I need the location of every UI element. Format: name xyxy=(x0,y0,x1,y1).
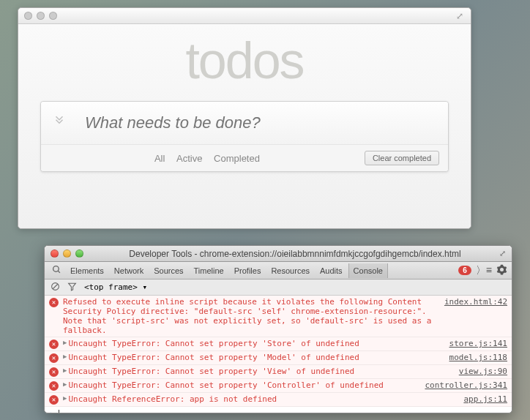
console-error-row: ✕▶Uncaught ReferenceError: app is not de… xyxy=(45,393,512,407)
close-button[interactable] xyxy=(24,12,32,20)
clear-console-icon[interactable] xyxy=(51,282,60,293)
expand-icon[interactable]: ⤢ xyxy=(499,249,506,258)
gear-icon[interactable] xyxy=(496,264,507,277)
search-icon[interactable] xyxy=(49,265,64,277)
minimize-button[interactable] xyxy=(37,12,45,20)
error-source[interactable]: store.js:141 xyxy=(449,339,507,348)
zoom-button[interactable] xyxy=(75,250,83,258)
toggle-all-icon[interactable] xyxy=(41,106,78,140)
svg-point-0 xyxy=(53,266,59,271)
window-controls xyxy=(24,12,57,20)
prompt-icon: › xyxy=(49,409,54,413)
tab-sources[interactable]: Sources xyxy=(149,263,187,278)
filter-bar: All Active Completed xyxy=(50,153,365,164)
error-source[interactable]: model.js:118 xyxy=(449,353,507,362)
filter-completed[interactable]: Completed xyxy=(214,153,260,164)
disclosure-icon[interactable]: ▶ xyxy=(63,380,67,388)
filter-icon[interactable] xyxy=(67,282,77,293)
tab-audits[interactable]: Audits xyxy=(316,263,347,278)
expand-icon[interactable]: ⤢ xyxy=(456,11,465,20)
app-body: todos All Active Completed Clear complet… xyxy=(18,24,471,228)
filter-all[interactable]: All xyxy=(154,153,165,164)
error-message: Uncaught ReferenceError: app is not defi… xyxy=(68,394,458,404)
frame-selector[interactable]: <top frame> ▾ xyxy=(84,282,147,292)
console-error-row: ✕▶Uncaught TypeError: Cannot set propert… xyxy=(45,351,512,365)
console-output: ✕Refused to execute inline script becaus… xyxy=(45,296,512,413)
filter-active[interactable]: Active xyxy=(176,153,202,164)
error-icon: ✕ xyxy=(49,395,59,405)
todo-footer: All Active Completed Clear completed xyxy=(41,145,448,171)
error-source[interactable]: app.js:11 xyxy=(463,394,507,404)
console-error-row: ✕Refused to execute inline script becaus… xyxy=(45,296,512,337)
minimize-button[interactable] xyxy=(63,250,71,258)
error-source[interactable]: view.js:90 xyxy=(459,367,507,376)
error-message: Uncaught TypeError: Cannot set property … xyxy=(68,353,443,362)
error-source[interactable]: index.html:42 xyxy=(444,297,507,307)
todo-container: All Active Completed Clear completed xyxy=(40,101,449,172)
error-message: Uncaught TypeError: Cannot set property … xyxy=(68,380,419,390)
app-window: ⤢ todos All Active Completed Clear compl… xyxy=(18,7,471,229)
disclosure-icon[interactable]: ▶ xyxy=(63,394,67,402)
error-message: Refused to execute inline script because… xyxy=(63,297,438,335)
console-error-row: ✕▶Uncaught TypeError: Cannot set propert… xyxy=(45,337,512,351)
console-error-row: ✕▶Uncaught TypeError: Cannot set propert… xyxy=(45,379,512,393)
zoom-button[interactable] xyxy=(49,12,57,20)
error-icon: ✕ xyxy=(49,381,59,391)
dock-icon[interactable]: 〉≡ xyxy=(476,264,492,277)
error-icon: ✕ xyxy=(49,298,59,307)
error-message: Uncaught TypeError: Cannot set property … xyxy=(68,367,452,376)
devtools-title: Developer Tools - chrome-extension://oie… xyxy=(91,249,499,259)
devtools-window: Developer Tools - chrome-extension://oie… xyxy=(44,245,512,413)
new-todo-input[interactable] xyxy=(78,102,448,144)
svg-marker-4 xyxy=(69,283,76,290)
close-button[interactable] xyxy=(51,250,59,258)
app-titlebar[interactable]: ⤢ xyxy=(18,8,471,24)
error-icon: ✕ xyxy=(49,353,59,363)
disclosure-icon[interactable]: ▶ xyxy=(63,367,67,374)
tab-profiles[interactable]: Profiles xyxy=(230,263,266,278)
disclosure-icon[interactable]: ▶ xyxy=(63,353,67,360)
devtools-tabs: Elements Network Sources Timeline Profil… xyxy=(45,262,512,280)
console-error-row: ✕▶Uncaught TypeError: Cannot set propert… xyxy=(45,365,512,379)
tab-network[interactable]: Network xyxy=(110,263,148,278)
console-prompt[interactable]: › xyxy=(45,407,512,413)
todo-input-row xyxy=(41,102,448,145)
app-title: todos xyxy=(40,31,449,90)
svg-line-3 xyxy=(53,284,58,289)
svg-line-1 xyxy=(58,271,60,273)
cursor xyxy=(59,410,59,413)
window-controls xyxy=(51,250,83,258)
disclosure-icon[interactable]: ▶ xyxy=(63,339,67,346)
tab-timeline[interactable]: Timeline xyxy=(190,263,228,278)
error-count-badge[interactable]: 6 xyxy=(458,266,471,275)
tab-resources[interactable]: Resources xyxy=(266,263,314,278)
error-source[interactable]: controller.js:341 xyxy=(425,380,507,390)
error-message: Uncaught TypeError: Cannot set property … xyxy=(68,339,443,348)
tab-console[interactable]: Console xyxy=(348,263,388,278)
error-icon: ✕ xyxy=(49,340,59,349)
devtools-titlebar[interactable]: Developer Tools - chrome-extension://oie… xyxy=(45,246,512,262)
tab-elements[interactable]: Elements xyxy=(66,263,108,278)
clear-completed-button[interactable]: Clear completed xyxy=(365,151,439,165)
error-icon: ✕ xyxy=(49,367,59,377)
console-toolbar: <top frame> ▾ xyxy=(45,280,512,296)
